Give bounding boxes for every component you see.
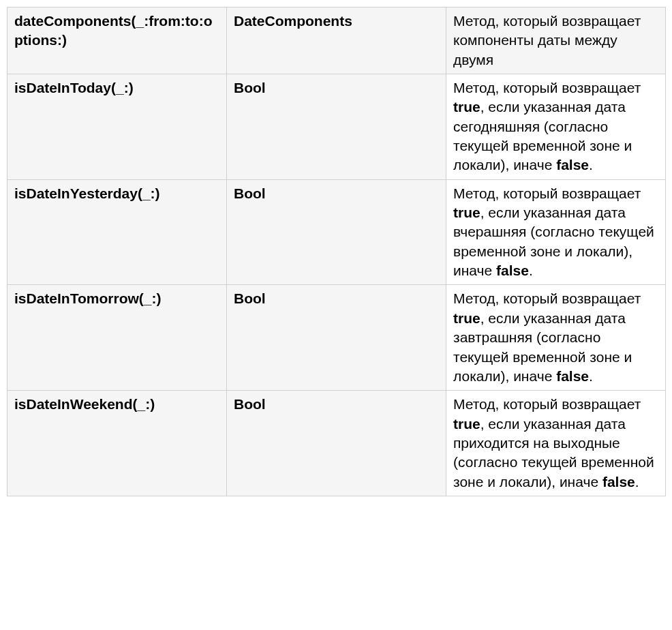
desc-bold: false bbox=[556, 368, 589, 384]
description-cell: Метод, который возвращает компоненты дат… bbox=[446, 7, 666, 74]
desc-text: . bbox=[635, 474, 639, 490]
desc-text: Метод, который возвращает bbox=[453, 396, 641, 412]
table-row: isDateInToday(_:) Bool Метод, который во… bbox=[7, 74, 666, 180]
return-type-cell: DateComponents bbox=[227, 7, 446, 74]
desc-bold: false bbox=[556, 157, 589, 172]
desc-bold: true bbox=[453, 310, 480, 326]
description-cell: Метод, который возвращает true, если ука… bbox=[446, 179, 666, 285]
desc-bold: true bbox=[453, 205, 480, 220]
table-row: isDateInWeekend(_:) Bool Метод, который … bbox=[7, 391, 666, 496]
method-name-cell: isDateInYesterday(_:) bbox=[7, 179, 227, 285]
desc-text: , если указанная дата вчерашняя (согласн… bbox=[453, 205, 654, 278]
desc-text: Метод, который возвращает bbox=[453, 80, 641, 95]
desc-bold: false bbox=[602, 474, 635, 490]
method-name-cell: isDateInToday(_:) bbox=[7, 74, 227, 180]
description-cell: Метод, который возвращает true, если ука… bbox=[446, 391, 666, 496]
return-type-cell: Bool bbox=[227, 285, 446, 391]
desc-text: Метод, который возвращает bbox=[453, 185, 641, 201]
return-type-cell: Bool bbox=[227, 179, 446, 285]
table-row: isDateInTomorrow(_:) Bool Метод, который… bbox=[7, 285, 666, 391]
table-body: dateComponents(_:from:to:options:) DateC… bbox=[7, 7, 666, 496]
desc-bold: true bbox=[453, 416, 480, 432]
method-name-cell: isDateInWeekend(_:) bbox=[7, 391, 227, 496]
method-name-cell: isDateInTomorrow(_:) bbox=[7, 285, 227, 391]
desc-text: . bbox=[529, 262, 533, 278]
desc-text: , если указанная дата сегодняшняя (согла… bbox=[453, 99, 632, 172]
desc-text: . bbox=[589, 368, 593, 384]
desc-text: , если указанная дата завтрашняя (соглас… bbox=[453, 310, 632, 384]
table-row: dateComponents(_:from:to:options:) DateC… bbox=[7, 7, 666, 74]
description-cell: Метод, который возвращает true, если ука… bbox=[446, 74, 666, 180]
desc-bold: true bbox=[453, 99, 480, 115]
desc-text: . bbox=[589, 157, 593, 172]
method-name-cell: dateComponents(_:from:to:options:) bbox=[7, 7, 227, 74]
desc-bold: false bbox=[496, 262, 529, 278]
table-row: isDateInYesterday(_:) Bool Метод, которы… bbox=[7, 179, 666, 285]
return-type-cell: Bool bbox=[227, 74, 446, 180]
methods-table: dateComponents(_:from:to:options:) DateC… bbox=[7, 7, 666, 496]
return-type-cell: Bool bbox=[227, 391, 446, 496]
description-cell: Метод, который возвращает true, если ука… bbox=[446, 285, 666, 391]
desc-text: Метод, который возвращает bbox=[453, 290, 641, 306]
